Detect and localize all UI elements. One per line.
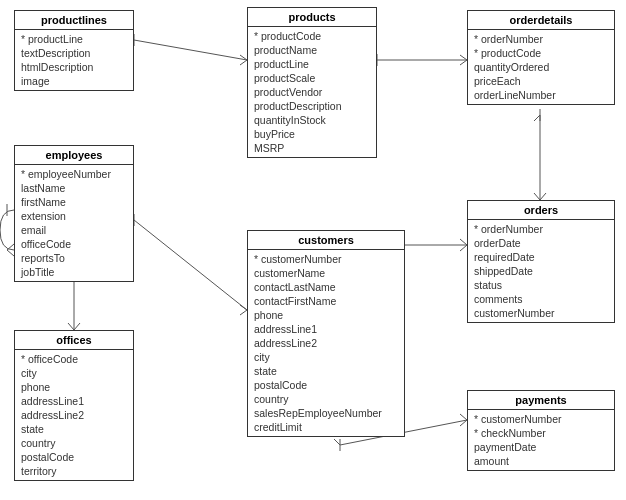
entity-header-orderdetails: orderdetails	[468, 11, 614, 30]
entity-header-offices: offices	[15, 331, 133, 350]
field-customers-11: country	[254, 392, 398, 406]
entity-header-orders: orders	[468, 201, 614, 220]
field-offices-1: * officeCode	[21, 352, 127, 366]
field-employees-1: * employeeNumber	[21, 167, 127, 181]
field-products-5: productVendor	[254, 85, 370, 99]
svg-line-2	[460, 60, 467, 65]
field-products-1: * productCode	[254, 29, 370, 43]
field-employees-3: firstName	[21, 195, 127, 209]
field-employees-6: officeCode	[21, 237, 127, 251]
field-productlines-2: textDescription	[21, 46, 127, 60]
field-orders-1: * orderNumber	[474, 222, 608, 236]
svg-line-5	[240, 55, 247, 60]
field-payments-1: * customerNumber	[474, 412, 608, 426]
field-customers-5: phone	[254, 308, 398, 322]
field-customers-1: * customerNumber	[254, 252, 398, 266]
entity-employees: employees * employeeNumber lastName firs…	[14, 145, 134, 282]
field-payments-3: paymentDate	[474, 440, 608, 454]
entity-header-customers: customers	[248, 231, 404, 250]
svg-line-32	[534, 115, 540, 121]
entity-body-productlines: * productLine textDescription htmlDescri…	[15, 30, 133, 90]
field-products-9: MSRP	[254, 141, 370, 155]
svg-line-12	[68, 323, 74, 330]
entity-offices: offices * officeCode city phone addressL…	[14, 330, 134, 481]
svg-line-22	[460, 245, 467, 251]
entity-productlines: productlines * productLine textDescripti…	[14, 10, 134, 91]
entity-body-products: * productCode productName productLine pr…	[248, 27, 376, 157]
field-products-4: productScale	[254, 71, 370, 85]
field-customers-8: city	[254, 350, 398, 364]
field-orderdetails-4: priceEach	[474, 74, 608, 88]
field-payments-4: amount	[474, 454, 608, 468]
entity-body-payments: * customerNumber * checkNumber paymentDa…	[468, 410, 614, 470]
svg-line-16	[240, 305, 247, 310]
diagram: productlines * productLine textDescripti…	[0, 0, 626, 500]
field-customers-4: contactFirstName	[254, 294, 398, 308]
field-orderdetails-5: orderLineNumber	[474, 88, 608, 102]
entity-products: products * productCode productName produ…	[247, 7, 377, 158]
entity-payments: payments * customerNumber * checkNumber …	[467, 390, 615, 471]
field-offices-7: country	[21, 436, 127, 450]
svg-line-30	[534, 193, 540, 200]
field-productlines-1: * productLine	[21, 32, 127, 46]
field-offices-3: phone	[21, 380, 127, 394]
entity-header-payments: payments	[468, 391, 614, 410]
svg-line-10	[7, 250, 14, 256]
field-employees-2: lastName	[21, 181, 127, 195]
field-customers-10: postalCode	[254, 378, 398, 392]
entity-body-orderdetails: * orderNumber * productCode quantityOrde…	[468, 30, 614, 104]
field-offices-4: addressLine1	[21, 394, 127, 408]
entity-body-employees: * employeeNumber lastName firstName exte…	[15, 165, 133, 281]
field-orderdetails-3: quantityOrdered	[474, 60, 608, 74]
svg-line-17	[240, 310, 247, 315]
svg-line-13	[74, 323, 80, 330]
field-orderdetails-1: * orderNumber	[474, 32, 608, 46]
field-orderdetails-2: * productCode	[474, 46, 608, 60]
field-products-7: quantityInStock	[254, 113, 370, 127]
field-orders-5: status	[474, 278, 608, 292]
field-orders-7: customerNumber	[474, 306, 608, 320]
svg-line-25	[460, 414, 467, 420]
entity-body-offices: * officeCode city phone addressLine1 add…	[15, 350, 133, 480]
field-orders-2: orderDate	[474, 236, 608, 250]
field-products-3: productLine	[254, 57, 370, 71]
field-offices-5: addressLine2	[21, 408, 127, 422]
field-orders-3: requiredDate	[474, 250, 608, 264]
field-customers-13: creditLimit	[254, 420, 398, 434]
svg-line-6	[240, 60, 247, 65]
entity-orders: orders * orderNumber orderDate requiredD…	[467, 200, 615, 323]
field-orders-4: shippedDate	[474, 264, 608, 278]
field-employees-8: jobTitle	[21, 265, 127, 279]
svg-line-21	[460, 239, 467, 245]
svg-line-1	[460, 55, 467, 60]
field-offices-2: city	[21, 366, 127, 380]
field-products-2: productName	[254, 43, 370, 57]
field-offices-9: territory	[21, 464, 127, 478]
field-employees-7: reportsTo	[21, 251, 127, 265]
field-payments-2: * checkNumber	[474, 426, 608, 440]
field-offices-6: state	[21, 422, 127, 436]
field-customers-3: contactLastName	[254, 280, 398, 294]
field-productlines-3: htmlDescription	[21, 60, 127, 74]
field-customers-6: addressLine1	[254, 322, 398, 336]
svg-line-31	[540, 193, 546, 200]
field-customers-2: customerName	[254, 266, 398, 280]
entity-orderdetails: orderdetails * orderNumber * productCode…	[467, 10, 615, 105]
field-employees-4: extension	[21, 209, 127, 223]
svg-line-15	[134, 220, 247, 310]
field-employees-5: email	[21, 223, 127, 237]
svg-line-9	[7, 244, 14, 250]
field-productlines-4: image	[21, 74, 127, 88]
field-customers-9: state	[254, 364, 398, 378]
field-customers-7: addressLine2	[254, 336, 398, 350]
svg-line-4	[134, 40, 247, 60]
entity-header-products: products	[248, 8, 376, 27]
field-orders-6: comments	[474, 292, 608, 306]
field-products-6: productDescription	[254, 99, 370, 113]
field-offices-8: postalCode	[21, 450, 127, 464]
field-products-8: buyPrice	[254, 127, 370, 141]
entity-body-orders: * orderNumber orderDate requiredDate shi…	[468, 220, 614, 322]
entity-header-productlines: productlines	[15, 11, 133, 30]
svg-line-26	[460, 420, 467, 426]
entity-customers: customers * customerNumber customerName …	[247, 230, 405, 437]
